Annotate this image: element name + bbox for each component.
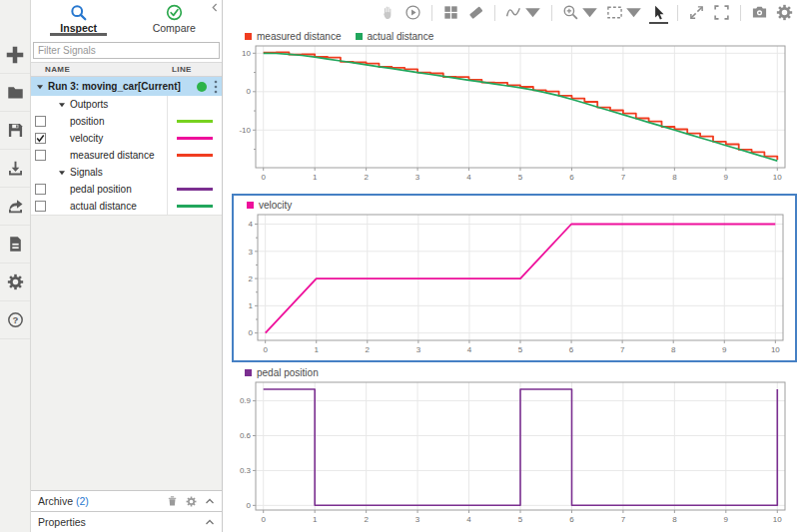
archive-settings-icon[interactable] — [186, 496, 197, 507]
chart-toolbar — [224, 0, 799, 26]
signal-row-position[interactable]: position — [31, 113, 222, 130]
x-tick-label: 3 — [415, 515, 420, 524]
clear-subplots-button[interactable] — [466, 2, 485, 24]
signal-checkbox-pedal-position[interactable] — [35, 184, 46, 195]
properties-collapse-icon[interactable] — [205, 518, 215, 526]
group-row-outports[interactable]: Outports — [31, 96, 222, 113]
export-button[interactable] — [0, 188, 30, 226]
settings-button[interactable] — [0, 264, 30, 301]
pedal-position-plot-svg: 0123456789100.90.60.30 — [232, 380, 797, 530]
expand-button[interactable] — [687, 2, 706, 24]
filter-signals-input[interactable] — [33, 42, 220, 59]
signal-row-pedal-position[interactable]: pedal position — [31, 181, 222, 198]
signal-checkbox-measured-distance[interactable] — [35, 150, 46, 161]
x-tick-label: 7 — [620, 345, 625, 354]
collapse-caret-icon[interactable] — [58, 169, 66, 177]
tab-compare[interactable]: Compare — [127, 0, 223, 38]
fit-to-view-button[interactable] — [605, 2, 643, 24]
arrow-cursor-button[interactable] — [649, 2, 668, 24]
import-button[interactable] — [0, 150, 30, 188]
distance-chart[interactable]: measured distanceactual distance 0123456… — [232, 29, 797, 193]
fullscreen-icon — [713, 4, 730, 21]
signal-checkbox-position[interactable] — [35, 116, 46, 127]
signal-checkbox-actual-distance[interactable] — [35, 201, 46, 212]
legend-pedal-position: pedal position — [245, 367, 319, 378]
y-tick-label: 10 — [242, 49, 251, 58]
name-column-header: NAME — [31, 65, 167, 74]
collapse-caret-icon[interactable] — [58, 101, 66, 109]
toolbar-separator — [551, 5, 552, 21]
signal-label: velocity — [70, 133, 167, 144]
signal-row-velocity[interactable]: velocity — [31, 130, 222, 147]
export-icon — [7, 198, 24, 215]
y-tick-label: 0 — [249, 328, 254, 337]
measured-distance-legend-swatch — [245, 33, 252, 40]
report-button[interactable] — [0, 226, 30, 264]
signal-style-icon — [505, 4, 522, 21]
help-button[interactable]: ? — [0, 301, 30, 339]
expand-icon — [688, 4, 705, 21]
clear-subplots-icon — [467, 4, 484, 21]
archive-bar[interactable]: Archive (2) — [31, 490, 222, 511]
replay-icon — [404, 4, 421, 21]
arrow-cursor-icon — [650, 4, 667, 21]
signal-checkbox-velocity[interactable] — [35, 133, 46, 144]
signal-style-button[interactable] — [504, 2, 542, 24]
snapshot-icon — [751, 4, 768, 21]
x-tick-label: 8 — [672, 515, 677, 524]
y-tick-label: 4 — [249, 220, 254, 229]
x-tick-label: 4 — [466, 515, 471, 524]
properties-bar[interactable]: Properties — [31, 511, 222, 532]
x-tick-label: 1 — [315, 345, 320, 354]
signal-table-header: NAME LINE — [31, 62, 222, 77]
archive-count: (2) — [76, 495, 89, 507]
x-tick-label: 0 — [261, 173, 266, 182]
pedal-position-chart[interactable]: pedal position 0123456789100.90.60.30 — [232, 365, 797, 532]
legend-label: measured distance — [257, 31, 342, 42]
group-label: Outports — [70, 99, 167, 110]
toolbar-separator — [494, 5, 495, 21]
open-folder-icon — [7, 84, 24, 101]
group-row-signals[interactable]: Signals — [31, 164, 222, 181]
trash-icon[interactable] — [167, 495, 178, 507]
velocity-chart-selected[interactable]: velocity 01234567891043210 — [232, 194, 797, 362]
toolbar-separator — [431, 5, 432, 21]
zoom-in-button[interactable] — [561, 2, 599, 24]
replay-button[interactable] — [403, 2, 422, 24]
actual-distance-legend-swatch — [356, 33, 363, 40]
x-tick-label: 2 — [364, 173, 369, 182]
tab-inspect[interactable]: Inspect — [31, 0, 127, 38]
kebab-menu-icon[interactable] — [214, 80, 218, 94]
filter-row — [31, 38, 222, 62]
legend-label: velocity — [259, 200, 292, 211]
line-cell — [167, 130, 222, 147]
sidebar-collapse-button[interactable] — [209, 1, 221, 13]
add-button[interactable] — [0, 36, 30, 74]
snapshot-button[interactable] — [750, 2, 769, 24]
pan-button — [379, 2, 398, 24]
legend-label: pedal position — [257, 367, 319, 378]
collapse-caret-icon[interactable] — [36, 83, 44, 91]
plot-area: measured distanceactual distance 0123456… — [224, 0, 799, 532]
fullscreen-button[interactable] — [712, 2, 731, 24]
open-folder-button[interactable] — [0, 74, 30, 112]
settings-icon — [7, 273, 24, 290]
pan-hand-icon — [380, 4, 397, 21]
y-tick-label: 1 — [249, 301, 254, 310]
fit-to-view-icon — [606, 4, 623, 21]
signal-row-measured-distance[interactable]: measured distance — [31, 147, 222, 164]
sidebar-tabs: Inspect Compare — [31, 0, 222, 38]
plot-settings-button[interactable] — [775, 2, 794, 24]
line-cell — [167, 198, 222, 215]
legend-label: actual distance — [368, 31, 434, 42]
y-tick-label: 0 — [247, 501, 252, 510]
x-tick-label: 9 — [724, 173, 729, 182]
signal-row-actual-distance[interactable]: actual distance — [31, 198, 222, 215]
subplot-layout-button[interactable] — [441, 2, 460, 24]
archive-label: Archive — [38, 495, 73, 507]
archive-collapse-icon[interactable] — [205, 497, 215, 505]
line-cell — [167, 164, 222, 181]
run-row-run-3-moving-car-current-[interactable]: Run 3: moving_car[Current] — [31, 77, 222, 96]
left-toolstrip: ? — [0, 0, 31, 532]
save-button[interactable] — [0, 112, 30, 150]
